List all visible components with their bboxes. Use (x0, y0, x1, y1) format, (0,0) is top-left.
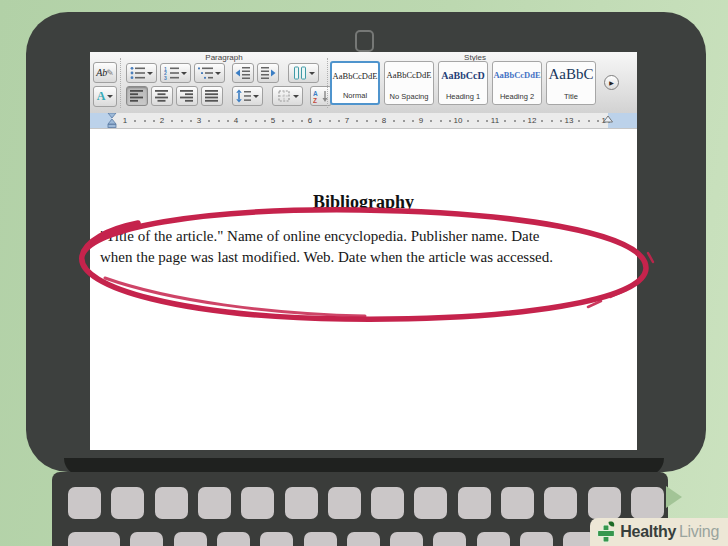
ruler-tick (264, 120, 266, 122)
keyboard (52, 472, 668, 546)
ruler-tick (218, 120, 220, 122)
decrease-indent-button[interactable] (232, 63, 254, 83)
ruler-tick (292, 120, 294, 122)
columns-button[interactable] (288, 63, 319, 83)
ruler-tick (338, 120, 340, 122)
ruler-tick (366, 120, 368, 122)
more-styles-button[interactable]: ▶ (604, 75, 619, 90)
ruler-tick (578, 120, 580, 122)
healthy-living-cross-icon (595, 520, 617, 544)
bullets-button[interactable] (126, 63, 157, 83)
paragraph-group-label: Paragraph (122, 53, 326, 62)
style-heading-2[interactable]: AaBbCcDdEHeading 2 (492, 61, 542, 105)
text-effects-button[interactable]: Ab✎ (93, 62, 117, 83)
chevron-down-icon (215, 72, 221, 75)
keyboard-key (68, 532, 120, 546)
ruler-number: 9 (419, 116, 423, 125)
ruler-tick (393, 120, 395, 122)
font-color-button[interactable]: A (93, 86, 117, 107)
ruler-tick (477, 120, 479, 122)
ruler-number: 12 (528, 116, 537, 125)
ruler-tick (588, 120, 590, 122)
ruler-number: 4 (234, 116, 238, 125)
ruler-tick (227, 120, 229, 122)
citation-line-1: "Title of the article." Name of online e… (100, 228, 630, 245)
horizontal-ruler[interactable]: 1234567891011121314 (90, 113, 637, 129)
ruler-tick (208, 120, 210, 122)
svg-text:Z: Z (313, 97, 317, 104)
ruler-number: 3 (197, 116, 201, 125)
ruler-tick (403, 120, 405, 122)
ruler-tick (514, 120, 516, 122)
document-heading: Bibliography (90, 192, 637, 213)
svg-text:3: 3 (164, 75, 167, 80)
align-right-button[interactable] (176, 86, 198, 106)
chevron-down-icon (253, 95, 259, 98)
keyboard-key (458, 487, 491, 519)
numbering-icon: 123 (164, 66, 180, 80)
justify-button[interactable] (201, 86, 223, 106)
multilevel-list-button[interactable] (194, 63, 225, 83)
svg-text:A: A (313, 90, 318, 97)
keyboard-key (241, 487, 274, 519)
keyboard-key (631, 487, 664, 519)
style-label: Normal (332, 91, 378, 100)
ruler-tick (134, 120, 136, 122)
ruler-number: 7 (345, 116, 349, 125)
style-sample: AaBbCcDdE (385, 70, 433, 80)
align-left-button[interactable] (126, 86, 148, 106)
increase-indent-button[interactable] (257, 63, 279, 83)
ruler-tick (356, 120, 358, 122)
bullets-icon (130, 66, 146, 80)
align-center-icon (154, 89, 170, 103)
right-indent-marker[interactable] (603, 116, 613, 131)
ruler-tick (440, 120, 442, 122)
style-label: Heading 1 (439, 92, 487, 101)
style-title[interactable]: AaBbCTitle (546, 61, 596, 105)
sort-button[interactable]: AZ (310, 86, 332, 106)
ruler-tick (329, 120, 331, 122)
align-center-button[interactable] (151, 86, 173, 106)
keyboard-key (347, 532, 380, 546)
style-heading-1[interactable]: AaBbCcDHeading 1 (438, 61, 488, 105)
keyboard-key (68, 487, 101, 519)
ruler-tick (181, 120, 183, 122)
style-label: No Spacing (385, 92, 433, 101)
keyboard-key (588, 487, 621, 519)
chevron-down-icon (309, 72, 315, 75)
style-normal[interactable]: AaBbCcDdENormal (330, 61, 380, 105)
pencil-icon: ✎ (106, 68, 114, 78)
ruler-tick (171, 120, 173, 122)
style-label: Heading 2 (493, 92, 541, 101)
keyboard-key (390, 532, 423, 546)
word-application-window: Ab✎ A Paragraph 123 (90, 52, 637, 450)
paragraph-row-2: AZ (126, 86, 332, 106)
ruler-number: 1 (123, 116, 127, 125)
keyboard-key (304, 532, 337, 546)
ruler-tick (467, 120, 469, 122)
line-spacing-button[interactable] (232, 86, 263, 106)
borders-button[interactable] (272, 86, 303, 106)
webcam-icon (355, 30, 374, 52)
keyboard-key (174, 532, 207, 546)
left-indent-marker[interactable] (107, 113, 117, 128)
chevron-down-icon (147, 72, 153, 75)
keyboard-key (198, 487, 231, 519)
ruler-tick (523, 120, 525, 122)
ribbon-toolbar: Ab✎ A Paragraph 123 (90, 52, 637, 114)
font-color-icon: A (97, 89, 106, 104)
ruler-number: 13 (565, 116, 574, 125)
style-label: Title (547, 92, 595, 101)
align-right-icon (179, 89, 195, 103)
keyboard-key (501, 487, 534, 519)
numbering-button[interactable]: 123 (160, 63, 191, 83)
chevron-down-icon (181, 72, 187, 75)
ruler-tick (282, 120, 284, 122)
ruler-tick (153, 120, 155, 122)
style-sample: AaBbCcD (439, 70, 487, 81)
group-separator (120, 58, 121, 108)
indent-icon (260, 66, 276, 80)
style-sample: AaBbCcDdE (332, 71, 378, 81)
style-no-spacing[interactable]: AaBbCcDdENo Spacing (384, 61, 434, 105)
keyboard-key (328, 487, 361, 519)
